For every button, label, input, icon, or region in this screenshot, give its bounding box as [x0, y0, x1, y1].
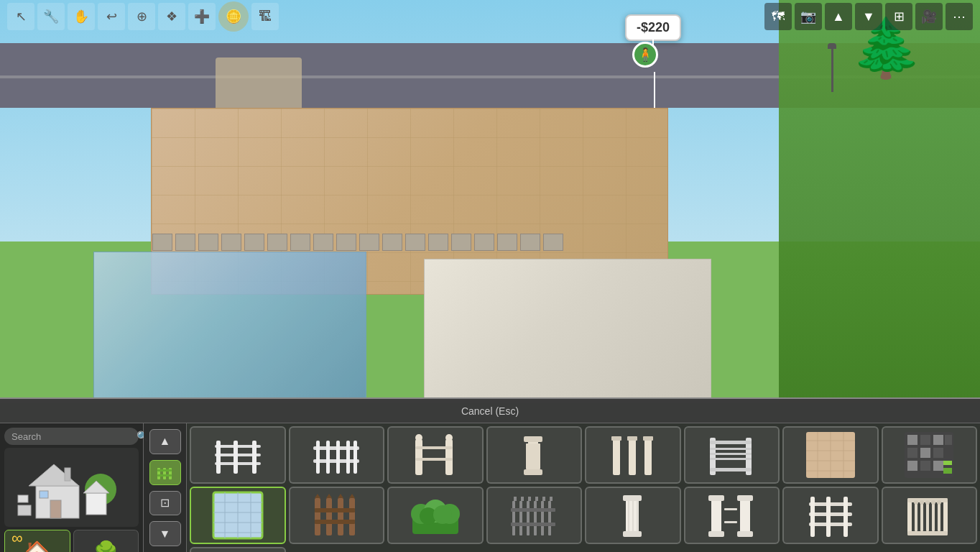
item-double-rail[interactable]	[684, 426, 780, 484]
item-ornate-rail[interactable]	[882, 487, 978, 544]
svg-rect-101	[534, 501, 537, 535]
category-grid: 🏠 🌳 🪑 ∞	[4, 448, 139, 552]
item-green-shrub[interactable]	[190, 547, 286, 552]
svg-rect-47	[710, 441, 752, 444]
item-white-horiz-rail[interactable]	[190, 426, 286, 484]
svg-rect-131	[843, 497, 848, 537]
svg-rect-114	[623, 531, 642, 537]
category-fence[interactable]: 🌳	[73, 530, 139, 552]
svg-rect-61	[907, 435, 917, 445]
svg-marker-91	[349, 494, 355, 498]
camera-button[interactable]: 📷	[795, 3, 822, 30]
zoom-button[interactable]: ⊞	[885, 3, 912, 30]
svg-marker-107	[521, 497, 524, 501]
svg-rect-84	[338, 498, 343, 535]
item-white-rail-2[interactable]	[289, 426, 385, 484]
svg-point-141	[914, 500, 918, 505]
item-dark-checker[interactable]	[882, 426, 978, 484]
add-tool-button[interactable]: ➕	[188, 3, 216, 30]
sub-arrows: ▲ ⊡ ▼	[144, 423, 187, 552]
svg-marker-111	[550, 497, 553, 501]
item-single-column[interactable]	[486, 426, 583, 484]
svg-point-144	[931, 500, 935, 505]
cancel-button[interactable]: Cancel (Esc)	[450, 402, 530, 420]
battlement-block	[359, 234, 379, 251]
sub-arrow-down[interactable]: ▼	[149, 521, 181, 546]
svg-rect-2	[50, 500, 61, 518]
item-iron-fence[interactable]	[486, 487, 583, 544]
bulldoze-button[interactable]: 🏗	[251, 3, 279, 30]
svg-rect-20	[234, 441, 238, 474]
svg-marker-88	[315, 494, 320, 498]
svg-rect-36	[524, 436, 542, 442]
svg-rect-48	[710, 448, 752, 450]
item-tan-pattern[interactable]	[782, 426, 879, 484]
multi-tool-button[interactable]: ❖	[158, 3, 185, 30]
svg-rect-130	[826, 497, 831, 537]
wrench-tool-button[interactable]: 🔧	[37, 3, 65, 30]
fence-icon-svg	[155, 462, 175, 482]
svg-rect-28	[353, 441, 357, 474]
svg-rect-125	[724, 521, 737, 523]
battlement-block	[405, 234, 425, 251]
sub-fence-active[interactable]	[149, 460, 181, 485]
record-button[interactable]: 🎥	[915, 3, 943, 30]
hand-tool-button[interactable]: ✋	[68, 3, 95, 30]
svg-point-145	[937, 500, 941, 505]
svg-rect-50	[710, 458, 752, 460]
toolbar-left: ↖ 🔧 ✋ ↩ ⊕ ❖ ➕ 🪙 🏗	[7, 1, 279, 32]
item-blue-pattern-selected[interactable]	[190, 487, 286, 544]
svg-rect-87	[315, 520, 355, 524]
rotate-down-button[interactable]: ▼	[855, 3, 882, 30]
svg-rect-31	[415, 446, 453, 449]
svg-rect-69	[920, 461, 930, 471]
battlement-block	[244, 234, 264, 251]
item-double-pillar[interactable]	[684, 487, 780, 544]
svg-rect-133	[943, 498, 948, 535]
sub-box[interactable]: ⊡	[149, 491, 181, 516]
battlement-block	[497, 234, 517, 251]
svg-rect-63	[933, 435, 943, 445]
svg-rect-38	[526, 443, 540, 469]
svg-rect-118	[711, 495, 721, 537]
svg-rect-39	[613, 436, 620, 475]
items-grid	[187, 423, 980, 552]
undo-button[interactable]: ↩	[98, 3, 125, 30]
svg-rect-72	[943, 468, 952, 474]
svg-marker-1	[29, 464, 79, 486]
svg-rect-82	[315, 498, 320, 535]
svg-rect-65	[907, 448, 917, 458]
move-tool-button[interactable]: ⊕	[128, 3, 155, 30]
search-input[interactable]	[11, 431, 132, 442]
item-white-pillar[interactable]	[585, 487, 681, 544]
simoleons-button[interactable]: 🪙	[218, 1, 249, 32]
svg-point-34	[445, 434, 453, 441]
svg-rect-139	[932, 502, 935, 531]
coins-icon: ∞	[11, 529, 23, 548]
item-column-rail-light[interactable]	[387, 426, 484, 484]
battlement-block	[543, 234, 563, 251]
battlement-block	[313, 234, 333, 251]
battlement-block	[520, 234, 540, 251]
more-options-button[interactable]: ⋯	[946, 3, 973, 30]
battlement-block	[221, 234, 241, 251]
svg-marker-106	[514, 497, 517, 501]
rotate-up-button[interactable]: ▲	[825, 3, 852, 30]
svg-rect-24	[316, 441, 320, 474]
map-button[interactable]: 🗺	[764, 3, 792, 30]
item-triple-column[interactable]	[585, 426, 681, 484]
svg-point-33	[415, 434, 422, 441]
cursor-tool-button[interactable]: ↖	[7, 3, 34, 30]
sub-arrow-up[interactable]: ▲	[149, 429, 181, 454]
wall-left	[93, 252, 366, 402]
svg-rect-29	[415, 439, 422, 475]
svg-rect-122	[737, 495, 753, 501]
item-wooden-fence[interactable]	[289, 487, 385, 544]
svg-point-97	[433, 505, 452, 524]
house-illustration[interactable]	[4, 448, 139, 527]
svg-rect-27	[346, 441, 350, 474]
item-rail-fence[interactable]	[782, 487, 879, 544]
item-green-hedge[interactable]	[387, 487, 484, 544]
svg-rect-100	[527, 501, 530, 535]
svg-rect-102	[541, 501, 544, 535]
